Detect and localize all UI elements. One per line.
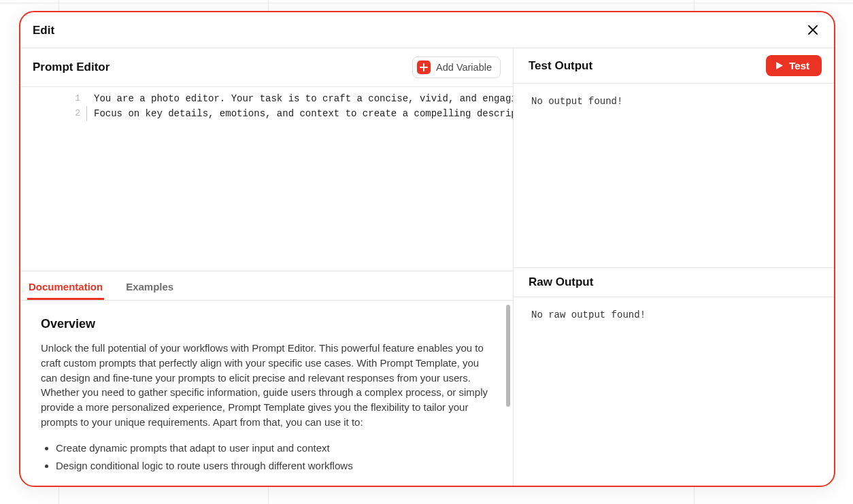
modal-title: Edit — [33, 24, 54, 37]
play-icon — [775, 61, 784, 70]
raw-output-body: No raw output found! — [514, 297, 834, 333]
edit-modal: Edit Prompt Editor Add Variable 1 — [19, 11, 835, 487]
code-text[interactable]: Focus on key details, emotions, and cont… — [86, 106, 513, 121]
documentation-bullet: Design conditional logic to route users … — [56, 457, 492, 475]
plus-icon — [417, 61, 431, 74]
close-icon — [808, 24, 818, 37]
test-output-body: No output found! — [514, 84, 834, 267]
tab-examples[interactable]: Examples — [124, 274, 175, 300]
documentation-heading: Overview — [41, 317, 492, 331]
line-number: 1 — [20, 91, 87, 106]
code-line: 1 You are a photo editor. Your task is t… — [20, 91, 513, 106]
documentation-paragraph: Unlock the full potential of your workfl… — [41, 341, 492, 430]
test-button-label: Test — [789, 60, 809, 71]
raw-output-empty: No raw output found! — [531, 309, 646, 320]
add-variable-button[interactable]: Add Variable — [412, 56, 501, 78]
test-button[interactable]: Test — [766, 55, 822, 76]
test-output-empty: No output found! — [531, 96, 622, 107]
left-column: Prompt Editor Add Variable 1 You are a p… — [20, 48, 514, 486]
code-line: 2 Focus on key details, emotions, and co… — [20, 106, 513, 121]
tab-documentation[interactable]: Documentation — [27, 274, 104, 300]
close-button[interactable] — [805, 23, 820, 38]
documentation-bullet: Create dynamic prompts that adapt to use… — [56, 439, 492, 457]
raw-output-title: Raw Output — [529, 275, 593, 289]
test-output-header: Test Output Test — [514, 48, 834, 84]
prompt-editor-header: Prompt Editor Add Variable — [20, 48, 513, 87]
right-column: Test Output Test No output found! Raw Ou… — [514, 48, 834, 486]
test-output-section: Test Output Test No output found! — [514, 48, 834, 267]
modal-body: Prompt Editor Add Variable 1 You are a p… — [20, 48, 834, 486]
code-editor[interactable]: 1 You are a photo editor. Your task is t… — [20, 87, 513, 271]
test-output-title: Test Output — [529, 59, 592, 73]
raw-output-header: Raw Output — [514, 267, 834, 297]
line-number: 2 — [20, 106, 87, 121]
code-text[interactable]: You are a photo editor. Your task is to … — [87, 91, 513, 106]
background-grid-row — [0, 3, 853, 3]
prompt-editor-title: Prompt Editor — [33, 61, 110, 74]
documentation-list: Create dynamic prompts that adapt to use… — [41, 439, 492, 475]
modal-header: Edit — [20, 12, 834, 48]
documentation-panel: Overview Unlock the full potential of yo… — [20, 301, 513, 486]
tabs-row: Documentation Examples — [20, 271, 513, 301]
scrollbar-thumb[interactable] — [506, 305, 510, 407]
add-variable-label: Add Variable — [436, 62, 492, 73]
